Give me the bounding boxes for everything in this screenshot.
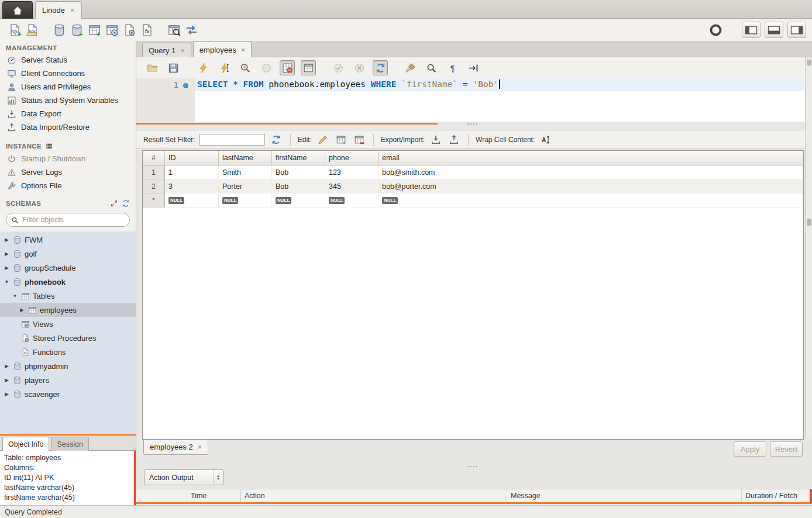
column-header-email[interactable]: email	[379, 151, 803, 165]
cell-phone[interactable]: 123	[325, 165, 379, 179]
cell-email[interactable]: bob@porter.com	[379, 179, 803, 194]
open-script-button[interactable]	[144, 60, 160, 75]
expander-icon[interactable]	[4, 279, 10, 285]
create-schema-button[interactable]	[68, 21, 85, 39]
cell-lastname[interactable]: Porter	[219, 179, 272, 194]
cell-null[interactable]: NULL	[325, 194, 379, 208]
output-column-status[interactable]	[136, 489, 187, 502]
wrap-cell-content-toggle[interactable]	[539, 133, 553, 147]
tree-node-schema[interactable]: phpmyadmin	[0, 359, 136, 373]
cell-null[interactable]: NULL	[165, 194, 219, 208]
tab-session[interactable]: Session	[51, 437, 88, 451]
expander-icon[interactable]	[4, 237, 10, 243]
output-type-select[interactable]: Action Output	[144, 469, 223, 485]
reconnect-button[interactable]	[183, 21, 200, 39]
add-row-button[interactable]	[334, 133, 348, 147]
output-column-duration[interactable]: Duration / Fetch	[742, 489, 812, 502]
tree-node-table-employees[interactable]: employees	[0, 303, 136, 317]
cell-phone[interactable]: 345	[325, 179, 379, 194]
limit-rows-toggle[interactable]	[301, 60, 316, 75]
output-column-time[interactable]: Time	[187, 489, 241, 502]
cell-null[interactable]: NULL	[379, 194, 803, 208]
execute-query-button[interactable]	[195, 60, 211, 75]
expand-all-icon[interactable]	[110, 199, 118, 208]
sql-code-editor[interactable]: 1 SELECT * FROM phonebook.employees WHER…	[136, 78, 805, 122]
cell-id[interactable]: 1	[165, 165, 219, 179]
expander-icon[interactable]	[4, 391, 10, 397]
vertical-scrollbar[interactable]	[805, 57, 812, 438]
output-column-message[interactable]: Message	[507, 489, 742, 502]
sidebar-item-users-privileges[interactable]: Users and Privileges	[0, 80, 136, 94]
cell-firstname[interactable]: Bob	[272, 179, 325, 194]
save-script-button[interactable]	[166, 60, 181, 75]
autocommit-toggle[interactable]	[373, 60, 388, 75]
tree-node-tables-folder[interactable]: Tables	[0, 289, 136, 303]
create-function-button[interactable]	[138, 21, 156, 39]
tree-node-schema[interactable]: scavenger	[0, 387, 136, 401]
import-records-button[interactable]	[447, 133, 461, 147]
spinner-arrows-icon[interactable]	[213, 470, 223, 485]
apply-button[interactable]: Apply	[734, 441, 766, 457]
explain-plan-button[interactable]	[238, 60, 253, 75]
close-icon[interactable]: ×	[70, 6, 75, 14]
sidebar-item-server-logs[interactable]: Server Logs	[0, 165, 136, 179]
expander-icon[interactable]	[4, 377, 10, 383]
sidebar-item-server-status[interactable]: Server Status	[0, 53, 136, 67]
create-view-button[interactable]	[103, 21, 121, 39]
tree-node-functions[interactable]: Functions	[0, 345, 136, 359]
scrollbar-thumb[interactable]	[807, 219, 811, 226]
tab-query-1[interactable]: Query 1×	[142, 43, 191, 57]
find-in-editor-button[interactable]	[424, 60, 439, 75]
tree-node-schema[interactable]: players	[0, 373, 136, 387]
create-procedure-button[interactable]	[121, 21, 138, 39]
column-header-rownum[interactable]: #	[143, 151, 165, 165]
column-header-lastname[interactable]: lastName	[219, 151, 272, 165]
tree-node-schema-phonebook[interactable]: phonebook	[0, 275, 136, 289]
code-area[interactable]: SELECT * FROM phonebook.employees WHERE …	[195, 78, 805, 122]
column-header-phone[interactable]: phone	[325, 151, 379, 165]
search-table-data-button[interactable]	[165, 21, 183, 39]
rollback-button[interactable]	[352, 60, 367, 75]
sidebar-item-system-variables[interactable]: Status and System Variables	[0, 94, 136, 107]
refresh-resultset-button[interactable]	[269, 133, 283, 147]
cell-null[interactable]: NULL	[272, 194, 325, 208]
schema-filter-input[interactable]	[22, 216, 125, 224]
sidebar-item-options-file[interactable]: Options File	[0, 179, 136, 192]
cell-lastname[interactable]: Smith	[219, 165, 272, 179]
beautify-query-button[interactable]	[402, 60, 418, 75]
table-row-new[interactable]: * NULL NULL NULL NULL NULL	[143, 194, 803, 208]
revert-button[interactable]: Revert	[770, 441, 803, 457]
table-row[interactable]: 2 3 Porter Bob 345 bob@porter.com	[143, 179, 803, 194]
toggle-invisible-chars-button[interactable]	[445, 60, 460, 75]
create-table-button[interactable]	[85, 21, 103, 39]
tree-node-schema[interactable]: golf	[0, 247, 136, 261]
splitter-handle[interactable]	[467, 123, 469, 125]
expander-icon[interactable]	[4, 265, 10, 271]
cell-id[interactable]: 3	[165, 179, 219, 194]
sidebar-item-startup-shutdown[interactable]: Startup / Shutdown	[0, 152, 136, 165]
cell-firstname[interactable]: Bob	[272, 165, 325, 179]
toggle-word-wrap-button[interactable]	[466, 60, 481, 75]
tree-node-views[interactable]: Views	[0, 317, 136, 331]
expander-icon[interactable]	[4, 251, 10, 257]
schema-inspector-button[interactable]	[50, 21, 68, 39]
column-header-firstname[interactable]: firstName	[272, 151, 325, 165]
stop-on-error-toggle[interactable]	[280, 60, 295, 75]
cell-null[interactable]: NULL	[219, 194, 272, 208]
cell-email[interactable]: bob@smith.com	[379, 165, 803, 179]
tree-node-schema[interactable]: groupSchedule	[0, 261, 136, 275]
toggle-right-sidebar-button[interactable]	[787, 22, 806, 38]
toggle-output-area-button[interactable]	[765, 22, 783, 38]
output-column-action[interactable]: Action	[241, 489, 507, 502]
row-number-cell[interactable]: *	[143, 194, 165, 208]
open-sql-script-button[interactable]	[23, 21, 41, 39]
expander-icon[interactable]	[12, 293, 18, 299]
home-tab[interactable]	[2, 1, 33, 19]
refresh-schemas-icon[interactable]	[122, 199, 130, 208]
sidebar-item-client-connections[interactable]: Client Connections	[0, 67, 136, 80]
sidebar-item-data-export[interactable]: Data Export	[0, 107, 136, 120]
resultset-tab[interactable]: employees 2 ×	[143, 440, 208, 455]
table-row[interactable]: 1 1 Smith Bob 123 bob@smith.com	[143, 165, 803, 179]
close-icon[interactable]: ×	[198, 443, 202, 451]
execute-current-statement-button[interactable]	[216, 60, 232, 75]
